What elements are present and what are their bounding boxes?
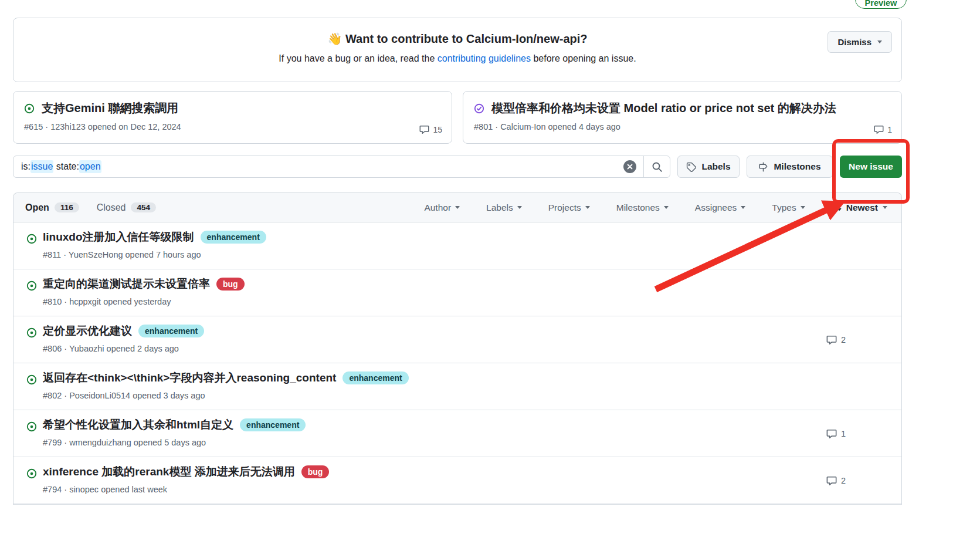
labels-button[interactable]: Labels xyxy=(677,156,740,178)
issue-row[interactable]: linuxdo注册加入信任等级限制 enhancement #811 · Yue… xyxy=(13,222,901,269)
pinned-issue-title[interactable]: 支持Gemini 聯網搜索調用 xyxy=(42,100,178,116)
filter-label: Labels xyxy=(486,202,513,213)
filter-label: Types xyxy=(772,202,796,213)
comment-icon xyxy=(826,335,837,345)
search-input[interactable]: is:issue state:open xyxy=(13,156,670,178)
comment-count-value: 1 xyxy=(887,125,892,134)
issues-list-header: Open 116 Closed 454 Author Labels Projec… xyxy=(13,193,901,222)
search-qualifier-key: is: xyxy=(21,161,30,172)
search-icon xyxy=(652,161,663,173)
search-button[interactable] xyxy=(644,156,670,177)
comment-count-value: 1 xyxy=(841,429,846,438)
issue-label[interactable]: enhancement xyxy=(201,231,266,244)
chevron-down-icon xyxy=(883,206,887,209)
sort-label: Newest xyxy=(846,202,878,213)
banner-subtitle-suffix: before opening an issue. xyxy=(531,53,636,63)
issues-list: Open 116 Closed 454 Author Labels Projec… xyxy=(13,192,902,505)
issue-title-link[interactable]: 希望个性化设置加入其余和html自定义 xyxy=(43,417,233,433)
issue-row[interactable]: 重定向的渠道测试提示未设置倍率 bug #810 · hcppxgit open… xyxy=(13,269,901,316)
chevron-down-icon xyxy=(455,206,460,209)
search-toolbar-row: is:issue state:open Labels Milestones Ne… xyxy=(13,156,902,178)
issue-label[interactable]: enhancement xyxy=(240,418,306,431)
comment-count: 2 xyxy=(826,475,846,486)
comment-count-value: 2 xyxy=(841,335,846,345)
closed-count-badge: 454 xyxy=(131,202,156,212)
close-icon xyxy=(627,164,633,170)
issue-meta: #810 · hcppxgit opened yesterday xyxy=(43,297,901,306)
sort-dropdown[interactable]: Newest xyxy=(832,202,887,213)
comment-count-value: 2 xyxy=(841,476,846,485)
banner-subtitle-prefix: If you have a bug or an idea, read the xyxy=(279,53,437,63)
issue-meta: #811 · YuenSzeHong opened 7 hours ago xyxy=(43,250,901,259)
filters-bar: Author Labels Projects Milestones Assign… xyxy=(424,202,887,213)
pinned-issue-meta: #615 · 123hi123 opened on Dec 12, 2024 xyxy=(24,122,441,131)
issue-title-link[interactable]: 重定向的渠道测试提示未设置倍率 xyxy=(43,276,210,292)
pinned-issues-row: 支持Gemini 聯網搜索調用 #615 · 123hi123 opened o… xyxy=(13,91,902,144)
new-issue-button[interactable]: New issue xyxy=(840,156,902,178)
contributing-guidelines-link[interactable]: contributing guidelines xyxy=(438,53,531,63)
sort-desc-icon xyxy=(832,202,842,212)
chevron-down-icon xyxy=(801,206,805,209)
preview-button[interactable]: Preview xyxy=(855,0,907,9)
issue-row[interactable]: 返回存在<think><\think>字段内容并入reasoning_conte… xyxy=(13,363,901,410)
labels-button-label: Labels xyxy=(701,161,730,172)
comment-count: 2 xyxy=(826,335,846,345)
comment-icon xyxy=(826,428,837,439)
filter-milestones[interactable]: Milestones xyxy=(616,202,669,213)
pinned-issue-card[interactable]: 模型倍率和价格均未设置 Model ratio or price not set… xyxy=(463,91,902,144)
issue-open-icon xyxy=(26,468,37,479)
issue-label[interactable]: enhancement xyxy=(343,371,408,384)
comment-icon xyxy=(874,124,884,134)
contribute-banner: 👋 Want to contribute to Calcium-Ion/new-… xyxy=(13,18,902,82)
filter-author[interactable]: Author xyxy=(424,202,460,213)
issue-row[interactable]: 希望个性化设置加入其余和html自定义 enhancement #799 · w… xyxy=(13,410,901,457)
chevron-down-icon xyxy=(664,206,669,209)
issue-meta: #802 · PoseidonLi0514 opened 3 days ago xyxy=(43,391,901,400)
pinned-issue-card[interactable]: 支持Gemini 聯網搜索調用 #615 · 123hi123 opened o… xyxy=(13,91,452,144)
issue-open-icon xyxy=(26,327,37,338)
banner-subtitle: If you have a bug or an idea, read the c… xyxy=(13,53,901,64)
filter-assignees[interactable]: Assignees xyxy=(695,202,746,213)
comment-count-value: 15 xyxy=(433,125,442,134)
comment-count: 1 xyxy=(826,428,846,439)
clear-search-button[interactable] xyxy=(623,160,636,173)
filter-label: Author xyxy=(424,202,451,213)
issue-row[interactable]: 定价显示优化建议 enhancement #806 · Yubaozhi ope… xyxy=(13,316,901,363)
milestones-button-label: Milestones xyxy=(774,161,820,172)
tag-icon xyxy=(686,162,696,172)
filter-labels[interactable]: Labels xyxy=(486,202,522,213)
tab-closed-label: Closed xyxy=(97,202,126,213)
comment-count: 15 xyxy=(419,124,442,134)
filter-projects[interactable]: Projects xyxy=(548,202,590,213)
issue-label[interactable]: enhancement xyxy=(138,325,204,337)
search-qualifier-key: state: xyxy=(53,161,79,172)
dismiss-button[interactable]: Dismiss xyxy=(828,31,892,53)
pinned-issue-title[interactable]: 模型倍率和价格均未设置 Model ratio or price not set… xyxy=(491,100,836,116)
milestones-button[interactable]: Milestones xyxy=(747,156,833,178)
tab-open[interactable]: Open 116 xyxy=(25,202,79,213)
filter-types[interactable]: Types xyxy=(772,202,805,213)
issue-closed-icon xyxy=(474,103,484,114)
issue-label[interactable]: bug xyxy=(216,278,245,291)
issue-title-link[interactable]: linuxdo注册加入信任等级限制 xyxy=(43,229,194,245)
search-query-text: is:issue state:open xyxy=(21,160,623,173)
issue-title-link[interactable]: 定价显示优化建议 xyxy=(43,323,132,339)
issue-open-icon xyxy=(26,421,37,432)
open-count-badge: 116 xyxy=(55,202,79,212)
tab-open-label: Open xyxy=(25,202,49,213)
comment-icon xyxy=(826,475,837,486)
issue-row[interactable]: xinference 加载的rerank模型 添加进来后无法调用 bug #79… xyxy=(13,457,901,504)
issue-title-link[interactable]: xinference 加载的rerank模型 添加进来后无法调用 xyxy=(43,464,295,479)
chevron-down-icon xyxy=(877,40,882,43)
issue-title-link[interactable]: 返回存在<think><\think>字段内容并入reasoning_conte… xyxy=(43,370,336,386)
chevron-down-icon xyxy=(741,206,745,209)
tab-closed[interactable]: Closed 454 xyxy=(97,202,156,213)
issue-open-icon xyxy=(24,103,35,114)
pinned-issue-meta: #801 · Calcium-Ion opened 4 days ago xyxy=(474,122,891,131)
comment-count: 1 xyxy=(874,124,892,134)
milestone-icon xyxy=(758,162,768,172)
issue-open-icon xyxy=(26,281,37,291)
issue-meta: #794 · sinopec opened last week xyxy=(43,485,901,494)
issue-label[interactable]: bug xyxy=(301,465,330,478)
comment-icon xyxy=(419,124,429,134)
